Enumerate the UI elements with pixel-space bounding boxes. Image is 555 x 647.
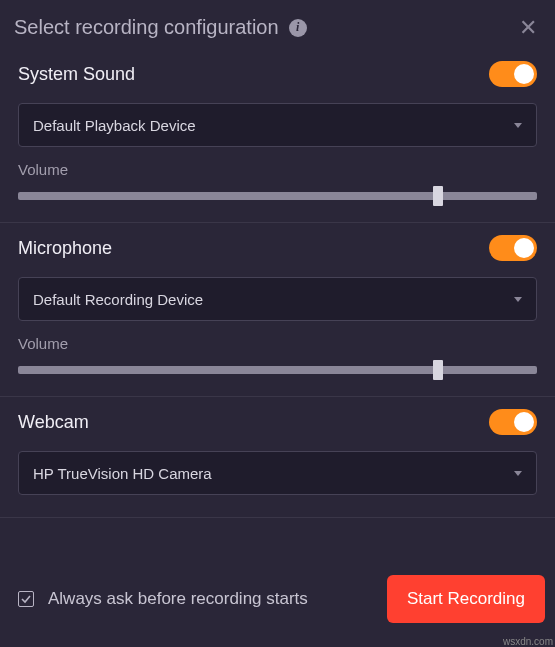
- dialog-header: Select recording configuration i ✕: [0, 0, 555, 49]
- system-sound-device-value: Default Playback Device: [33, 117, 196, 134]
- always-ask-checkbox[interactable]: [18, 591, 34, 607]
- microphone-volume-label: Volume: [18, 335, 537, 352]
- info-icon[interactable]: i: [289, 19, 307, 37]
- system-sound-section: System Sound Default Playback Device Vol…: [0, 49, 555, 223]
- dialog-title: Select recording configuration: [14, 16, 279, 39]
- microphone-section: Microphone Default Recording Device Volu…: [0, 223, 555, 397]
- microphone-device-select[interactable]: Default Recording Device: [18, 277, 537, 321]
- always-ask-label: Always ask before recording starts: [48, 589, 308, 609]
- webcam-device-value: HP TrueVision HD Camera: [33, 465, 212, 482]
- microphone-device-value: Default Recording Device: [33, 291, 203, 308]
- webcam-toggle[interactable]: [489, 409, 537, 435]
- close-icon[interactable]: ✕: [519, 17, 537, 39]
- chevron-down-icon: [514, 123, 522, 128]
- microphone-toggle[interactable]: [489, 235, 537, 261]
- webcam-device-select[interactable]: HP TrueVision HD Camera: [18, 451, 537, 495]
- system-sound-toggle[interactable]: [489, 61, 537, 87]
- microphone-volume-slider[interactable]: [18, 366, 537, 374]
- start-recording-button[interactable]: Start Recording: [387, 575, 545, 623]
- system-sound-device-select[interactable]: Default Playback Device: [18, 103, 537, 147]
- chevron-down-icon: [514, 297, 522, 302]
- watermark: wsxdn.com: [503, 636, 553, 647]
- system-sound-volume-label: Volume: [18, 161, 537, 178]
- dialog-footer: Always ask before recording starts Start…: [0, 561, 555, 637]
- system-sound-title: System Sound: [18, 64, 135, 85]
- webcam-title: Webcam: [18, 412, 89, 433]
- microphone-title: Microphone: [18, 238, 112, 259]
- chevron-down-icon: [514, 471, 522, 476]
- check-icon: [21, 594, 31, 604]
- slider-thumb[interactable]: [433, 186, 443, 206]
- webcam-section: Webcam HP TrueVision HD Camera: [0, 397, 555, 518]
- system-sound-volume-slider[interactable]: [18, 192, 537, 200]
- slider-thumb[interactable]: [433, 360, 443, 380]
